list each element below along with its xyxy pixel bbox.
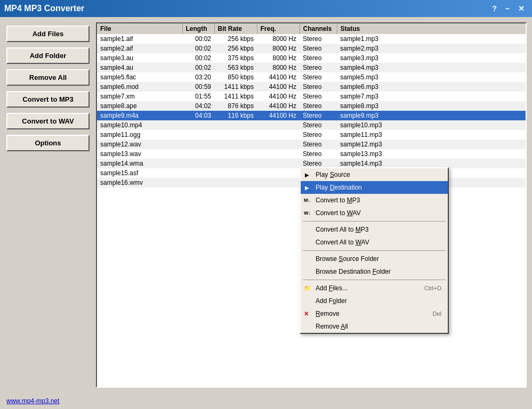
table-row[interactable]: sample2.aif00:02256 kbps8000 HzStereosam… xyxy=(97,44,526,53)
context-menu-item-label: Play Destination xyxy=(316,184,362,191)
context-menu-item[interactable]: M↓Convert to MP3 xyxy=(301,194,448,207)
table-row[interactable]: sample1.aif00:02256 kbps8000 HzStereosam… xyxy=(97,34,526,44)
context-menu-item-label: Convert All to MP3 xyxy=(316,226,368,233)
title-bar-controls: ? − ✕ xyxy=(489,4,528,13)
context-menu-item-label: Play Source xyxy=(316,171,350,178)
context-menu-item[interactable]: Browse Source Folder xyxy=(301,252,448,265)
context-menu-item-label: Remove All xyxy=(316,323,348,330)
file-table: File Length Bit Rate Freq. Channels Stat… xyxy=(97,23,526,187)
col-header-bitrate: Bit Rate xyxy=(214,23,257,34)
table-header-row: File Length Bit Rate Freq. Channels Stat… xyxy=(97,23,526,34)
context-menu-separator xyxy=(303,250,446,251)
col-header-freq: Freq. xyxy=(257,23,300,34)
file-table-wrapper: File Length Bit Rate Freq. Channels Stat… xyxy=(96,22,527,388)
context-menu-item-label: Remove xyxy=(316,310,340,317)
context-menu-item[interactable]: ▶Play Destination xyxy=(301,181,448,194)
context-menu-item-label: Convert All to WAV xyxy=(316,239,369,246)
add-folder-button[interactable]: Add Folder xyxy=(6,47,90,64)
context-menu-item-label: Convert to WAV xyxy=(316,209,361,217)
add-files-button[interactable]: Add Files xyxy=(6,26,90,42)
context-menu-item[interactable]: 📁Add Files...Ctrl+O xyxy=(301,282,448,295)
convert-wav-icon: W↓ xyxy=(304,210,311,216)
context-menu-item-label: Add Files... xyxy=(316,284,348,292)
context-menu-item[interactable]: Remove All xyxy=(301,320,448,333)
col-header-channels: Channels xyxy=(300,23,337,34)
play-icon: ▶ xyxy=(305,185,309,191)
close-button[interactable]: ✕ xyxy=(515,4,528,13)
convert-mp3-icon: M↓ xyxy=(304,198,310,203)
table-row[interactable]: sample10.mp4Stereosample10.mp3 xyxy=(97,120,526,130)
context-menu-item[interactable]: Convert All to WAV xyxy=(301,236,448,249)
context-menu-item-label: Convert to MP3 xyxy=(316,197,360,204)
context-menu-shortcut: Ctrl+O xyxy=(424,285,441,291)
table-row[interactable]: sample8.ape04:02876 kbps44100 HzStereosa… xyxy=(97,101,526,111)
help-button[interactable]: ? xyxy=(489,4,500,13)
remove-all-button[interactable]: Remove All xyxy=(6,69,90,86)
main-container: Add Files Add Folder Remove All Convert … xyxy=(0,17,532,393)
col-header-length: Length xyxy=(182,23,214,34)
table-row[interactable]: sample3.au00:02375 kbps8000 HzStereosamp… xyxy=(97,53,526,63)
context-menu-shortcut: Del xyxy=(432,310,441,317)
play-icon: ▶ xyxy=(305,172,309,178)
app-title: MP4 MP3 Converter xyxy=(4,4,489,13)
convert-wav-button[interactable]: Convert to WAV xyxy=(6,113,90,129)
file-list-area: File Length Bit Rate Freq. Channels Stat… xyxy=(96,17,532,393)
table-row[interactable]: sample4.au00:02563 kbps8000 HzStereosamp… xyxy=(97,63,526,72)
context-menu-separator xyxy=(303,280,446,280)
context-menu-item-label: Add Folder xyxy=(316,297,347,305)
context-menu-item[interactable]: Browse Destination Folder xyxy=(301,265,448,278)
table-row[interactable]: sample12.wavStereosample12.mp3 xyxy=(97,140,526,149)
sidebar: Add Files Add Folder Remove All Convert … xyxy=(0,17,96,393)
context-menu-item-label: Browse Source Folder xyxy=(316,255,379,263)
table-row[interactable]: sample7.xm01:551411 kbps44100 HzStereosa… xyxy=(97,92,526,101)
context-menu-item[interactable]: ▶Play Source xyxy=(301,168,448,181)
table-row[interactable]: sample5.flac03:20850 kbps44100 HzStereos… xyxy=(97,72,526,82)
convert-mp3-button[interactable]: Convert to MP3 xyxy=(6,91,90,108)
options-button[interactable]: Options xyxy=(6,135,90,151)
table-row[interactable]: sample9.m4a04:03116 kbps44100 HzStereosa… xyxy=(97,111,526,120)
col-header-file: File xyxy=(97,23,182,34)
remove-icon: ✕ xyxy=(304,310,309,317)
col-header-status: Status xyxy=(337,23,526,34)
bottom-bar: www.mp4-mp3.net xyxy=(0,393,532,409)
context-menu-separator xyxy=(303,221,446,222)
file-table-body: sample1.aif00:02256 kbps8000 HzStereosam… xyxy=(97,34,526,187)
context-menu-item[interactable]: Convert All to MP3 xyxy=(301,223,448,236)
context-menu: ▶Play Source▶Play DestinationM↓Convert t… xyxy=(300,167,449,334)
table-row[interactable]: sample6.mod00:591411 kbps44100 HzStereos… xyxy=(97,82,526,92)
table-row[interactable]: sample13.wavStereosample13.mp3 xyxy=(97,149,526,159)
table-row[interactable]: sample11.oggStereosample11.mp3 xyxy=(97,130,526,140)
title-bar: MP4 MP3 Converter ? − ✕ xyxy=(0,0,532,17)
context-menu-item[interactable]: Add Folder xyxy=(301,295,448,307)
context-menu-item[interactable]: ✕RemoveDel xyxy=(301,307,448,320)
minimize-button[interactable]: − xyxy=(502,4,513,13)
folder-icon: 📁 xyxy=(304,285,311,292)
context-menu-item[interactable]: W↓Convert to WAV xyxy=(301,207,448,219)
context-menu-item-label: Browse Destination Folder xyxy=(316,268,391,275)
website-link[interactable]: www.mp4-mp3.net xyxy=(6,397,59,405)
